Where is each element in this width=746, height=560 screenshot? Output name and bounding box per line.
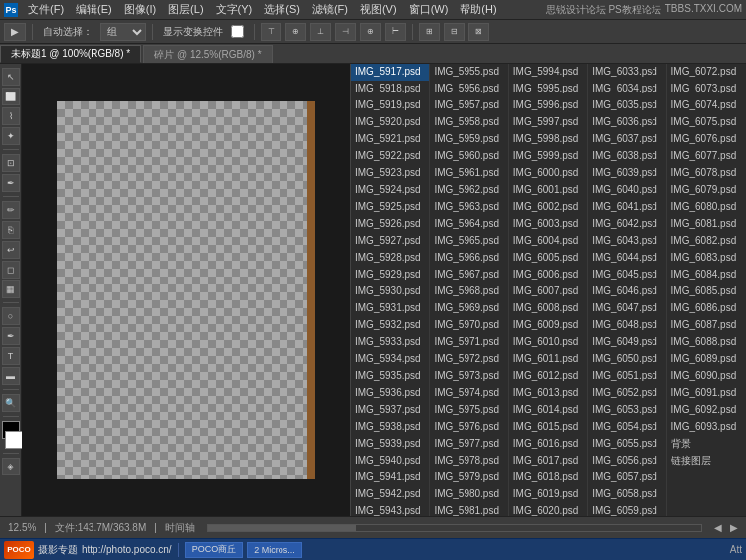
file-item[interactable]: IMG_6074.psd (667, 97, 746, 114)
file-item[interactable]: IMG_6013.psd (509, 385, 587, 402)
file-item[interactable]: IMG_6048.psd (588, 317, 665, 334)
file-item[interactable]: IMG_6011.psd (509, 351, 587, 368)
tab-fragment[interactable]: 碎片 @ 12.5%(RGB/8) * (143, 45, 272, 63)
gradient-tool[interactable]: ▦ (2, 280, 20, 298)
file-item[interactable]: IMG_5937.psd (351, 402, 429, 419)
file-item[interactable]: IMG_6046.psd (588, 283, 665, 300)
file-item[interactable]: IMG_5920.psd (351, 114, 429, 131)
file-item[interactable]: IMG_5955.psd (430, 64, 507, 81)
file-item[interactable]: IMG_5967.psd (430, 267, 507, 283)
menu-select[interactable]: 选择(S) (258, 2, 306, 17)
file-item[interactable]: IMG_6093.psd (667, 419, 746, 436)
distribute-btn[interactable]: ⊞ (419, 23, 440, 41)
file-item[interactable]: IMG_5939.psd (351, 436, 429, 453)
file-item[interactable]: IMG_5960.psd (430, 148, 507, 165)
file-item[interactable]: IMG_6007.psd (509, 283, 587, 300)
file-item[interactable]: IMG_6017.psd (509, 453, 587, 469)
file-item[interactable]: IMG_6012.psd (509, 368, 587, 385)
file-item[interactable]: IMG_6016.psd (509, 436, 587, 453)
file-item[interactable]: IMG_6010.psd (509, 334, 587, 351)
history-tool[interactable]: ↩ (2, 241, 20, 259)
file-item[interactable]: IMG_6042.psd (588, 216, 665, 233)
file-item[interactable]: IMG_5935.psd (351, 368, 429, 385)
menu-file[interactable]: 文件(F) (22, 2, 70, 17)
text-tool[interactable]: T (2, 347, 20, 365)
align-left-btn[interactable]: ⊣ (335, 23, 356, 41)
file-item[interactable]: IMG_6080.psd (667, 199, 746, 216)
show-transform-checkbox[interactable] (231, 25, 244, 38)
file-item[interactable]: IMG_6003.psd (509, 216, 587, 233)
file-item[interactable]: IMG_6045.psd (588, 267, 665, 283)
dodge-tool[interactable]: ○ (2, 307, 20, 325)
file-item[interactable]: IMG_5942.psd (351, 486, 429, 503)
file-item[interactable]: IMG_5965.psd (430, 233, 507, 250)
file-item[interactable]: IMG_6043.psd (588, 233, 665, 250)
file-item[interactable]: IMG_5919.psd (351, 97, 429, 114)
poco-shop-btn[interactable]: POCO商丘 (185, 542, 244, 558)
file-item[interactable]: IMG_5930.psd (351, 283, 429, 300)
file-item[interactable]: IMG_5978.psd (430, 453, 507, 469)
file-list-container[interactable]: IMG_5917.psdIMG_5918.psdIMG_5919.psdIMG_… (351, 64, 746, 516)
file-item[interactable]: IMG_6036.psd (588, 114, 665, 131)
file-item[interactable]: IMG_6092.psd (667, 402, 746, 419)
file-item[interactable]: IMG_6088.psd (667, 334, 746, 351)
file-item[interactable]: IMG_6006.psd (509, 267, 587, 283)
quick-mask-tool[interactable]: ◈ (2, 458, 20, 475)
file-item[interactable]: IMG_5996.psd (509, 97, 587, 114)
file-item[interactable]: IMG_6018.psd (509, 469, 587, 486)
file-item[interactable]: IMG_6033.psd (588, 64, 665, 81)
align-top-btn[interactable]: ⊤ (261, 23, 281, 41)
file-item[interactable]: IMG_6078.psd (667, 165, 746, 182)
brush-tool[interactable]: ✏ (2, 201, 20, 219)
align-bottom-btn[interactable]: ⊥ (310, 23, 331, 41)
file-item[interactable]: IMG_5962.psd (430, 182, 507, 199)
file-item[interactable]: IMG_6052.psd (588, 385, 665, 402)
file-item[interactable]: IMG_5959.psd (430, 131, 507, 148)
file-item[interactable]: IMG_5924.psd (351, 182, 429, 199)
file-item[interactable]: IMG_5918.psd (351, 81, 429, 97)
file-item[interactable]: IMG_5940.psd (351, 453, 429, 469)
file-item[interactable]: IMG_5971.psd (430, 334, 507, 351)
file-item[interactable]: IMG_6091.psd (667, 385, 746, 402)
file-item[interactable]: IMG_5938.psd (351, 419, 429, 436)
file-item[interactable]: IMG_6041.psd (588, 199, 665, 216)
file-item[interactable]: IMG_5998.psd (509, 131, 587, 148)
file-item[interactable]: IMG_6035.psd (588, 97, 665, 114)
file-item[interactable]: IMG_5931.psd (351, 300, 429, 317)
file-item[interactable]: IMG_6019.psd (509, 486, 587, 503)
file-item[interactable]: IMG_6085.psd (667, 283, 746, 300)
menu-text[interactable]: 文字(Y) (210, 2, 259, 17)
file-item[interactable]: IMG_5999.psd (509, 148, 587, 165)
eyedropper-tool[interactable]: ✒ (2, 174, 20, 192)
file-item[interactable]: IMG_5928.psd (351, 250, 429, 267)
auto-select-dropdown[interactable]: 组 图层 (100, 23, 146, 41)
file-item[interactable]: IMG_6084.psd (667, 267, 746, 283)
file-item[interactable]: IMG_5981.psd (430, 503, 507, 516)
file-item[interactable]: IMG_5934.psd (351, 351, 429, 368)
file-item[interactable]: IMG_5927.psd (351, 233, 429, 250)
file-item[interactable]: IMG_6047.psd (588, 300, 665, 317)
lasso-tool[interactable]: ⌇ (2, 107, 20, 125)
file-item[interactable]: IMG_6049.psd (588, 334, 665, 351)
file-item[interactable]: IMG_6075.psd (667, 114, 746, 131)
file-item[interactable]: IMG_6050.psd (588, 351, 665, 368)
file-item[interactable]: IMG_6005.psd (509, 250, 587, 267)
file-item[interactable]: IMG_5963.psd (430, 199, 507, 216)
menu-filter[interactable]: 滤镜(F) (306, 2, 354, 17)
move-tool[interactable]: ↖ (2, 68, 20, 86)
file-item[interactable]: IMG_5964.psd (430, 216, 507, 233)
file-item[interactable]: IMG_5969.psd (430, 300, 507, 317)
file-item[interactable]: IMG_5972.psd (430, 351, 507, 368)
file-item[interactable]: IMG_6058.psd (588, 486, 665, 503)
file-item[interactable]: IMG_5958.psd (430, 114, 507, 131)
distribute3-btn[interactable]: ⊠ (468, 23, 489, 41)
file-item[interactable]: IMG_5970.psd (430, 317, 507, 334)
file-item[interactable]: IMG_5929.psd (351, 267, 429, 283)
file-item[interactable]: IMG_5977.psd (430, 436, 507, 453)
clone-tool[interactable]: ⎘ (2, 221, 20, 239)
file-item[interactable]: IMG_6008.psd (509, 300, 587, 317)
file-item[interactable]: IMG_6020.psd (509, 503, 587, 516)
file-item[interactable]: IMG_6037.psd (588, 131, 665, 148)
file-item[interactable]: IMG_5923.psd (351, 165, 429, 182)
file-item[interactable]: IMG_6087.psd (667, 317, 746, 334)
